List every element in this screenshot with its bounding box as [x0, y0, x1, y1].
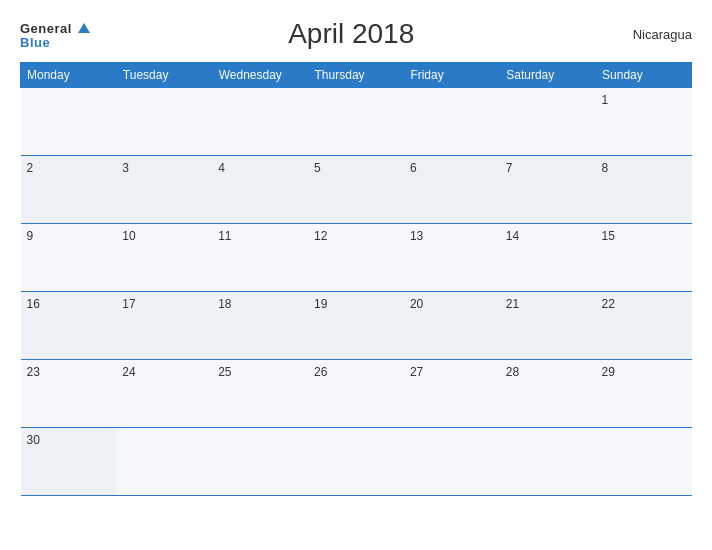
calendar-cell: 17	[116, 292, 212, 360]
day-number: 24	[122, 365, 135, 379]
day-number: 25	[218, 365, 231, 379]
day-number: 29	[602, 365, 615, 379]
calendar-title: April 2018	[90, 18, 612, 50]
calendar-cell	[308, 88, 404, 156]
calendar-cell	[404, 88, 500, 156]
calendar-cell: 4	[212, 156, 308, 224]
calendar-cell: 13	[404, 224, 500, 292]
day-number: 23	[27, 365, 40, 379]
day-number: 7	[506, 161, 513, 175]
day-number: 28	[506, 365, 519, 379]
calendar-cell	[500, 428, 596, 496]
calendar-cell: 18	[212, 292, 308, 360]
calendar-week-row: 30	[21, 428, 692, 496]
calendar-cell: 3	[116, 156, 212, 224]
col-saturday: Saturday	[500, 63, 596, 88]
header: General Blue April 2018 Nicaragua	[20, 18, 692, 50]
calendar-cell	[308, 428, 404, 496]
day-number: 4	[218, 161, 225, 175]
calendar-cell: 19	[308, 292, 404, 360]
day-number: 22	[602, 297, 615, 311]
calendar-cell	[116, 428, 212, 496]
country-label: Nicaragua	[612, 27, 692, 42]
calendar-week-row: 2345678	[21, 156, 692, 224]
calendar-table: Monday Tuesday Wednesday Thursday Friday…	[20, 62, 692, 496]
day-number: 3	[122, 161, 129, 175]
calendar-cell: 12	[308, 224, 404, 292]
col-sunday: Sunday	[596, 63, 692, 88]
calendar-cell: 7	[500, 156, 596, 224]
calendar-cell: 25	[212, 360, 308, 428]
calendar-cell	[500, 88, 596, 156]
day-number: 8	[602, 161, 609, 175]
calendar-cell	[596, 428, 692, 496]
day-number: 12	[314, 229, 327, 243]
day-number: 27	[410, 365, 423, 379]
day-number: 13	[410, 229, 423, 243]
day-number: 6	[410, 161, 417, 175]
day-number: 9	[27, 229, 34, 243]
calendar-cell: 2	[21, 156, 117, 224]
day-number: 30	[27, 433, 40, 447]
day-number: 2	[27, 161, 34, 175]
calendar-week-row: 9101112131415	[21, 224, 692, 292]
calendar-cell: 11	[212, 224, 308, 292]
calendar-cell	[116, 88, 212, 156]
calendar-cell: 5	[308, 156, 404, 224]
calendar-header-row: Monday Tuesday Wednesday Thursday Friday…	[21, 63, 692, 88]
calendar-cell: 29	[596, 360, 692, 428]
calendar-cell: 1	[596, 88, 692, 156]
calendar-week-row: 16171819202122	[21, 292, 692, 360]
calendar-cell: 20	[404, 292, 500, 360]
day-number: 18	[218, 297, 231, 311]
calendar-cell: 10	[116, 224, 212, 292]
day-number: 5	[314, 161, 321, 175]
day-number: 15	[602, 229, 615, 243]
day-number: 14	[506, 229, 519, 243]
col-monday: Monday	[21, 63, 117, 88]
logo: General Blue	[20, 20, 90, 49]
col-friday: Friday	[404, 63, 500, 88]
calendar-cell: 14	[500, 224, 596, 292]
day-number: 1	[602, 93, 609, 107]
calendar-cell	[404, 428, 500, 496]
logo-general: General	[20, 20, 90, 36]
calendar-cell: 22	[596, 292, 692, 360]
calendar-cell: 9	[21, 224, 117, 292]
col-tuesday: Tuesday	[116, 63, 212, 88]
calendar-week-row: 23242526272829	[21, 360, 692, 428]
col-wednesday: Wednesday	[212, 63, 308, 88]
logo-triangle-icon	[78, 23, 90, 33]
calendar-cell: 21	[500, 292, 596, 360]
day-number: 21	[506, 297, 519, 311]
day-number: 11	[218, 229, 231, 243]
logo-blue: Blue	[20, 36, 90, 49]
calendar-cell	[21, 88, 117, 156]
calendar-cell: 24	[116, 360, 212, 428]
calendar-cell: 30	[21, 428, 117, 496]
calendar-cell: 8	[596, 156, 692, 224]
calendar-cell: 27	[404, 360, 500, 428]
calendar-cell: 23	[21, 360, 117, 428]
calendar-page: General Blue April 2018 Nicaragua Monday…	[0, 0, 712, 550]
day-number: 16	[27, 297, 40, 311]
calendar-cell: 6	[404, 156, 500, 224]
calendar-cell	[212, 88, 308, 156]
day-number: 17	[122, 297, 135, 311]
calendar-cell: 15	[596, 224, 692, 292]
day-number: 10	[122, 229, 135, 243]
day-number: 26	[314, 365, 327, 379]
calendar-cell: 28	[500, 360, 596, 428]
calendar-cell: 16	[21, 292, 117, 360]
col-thursday: Thursday	[308, 63, 404, 88]
day-number: 19	[314, 297, 327, 311]
day-number: 20	[410, 297, 423, 311]
calendar-cell: 26	[308, 360, 404, 428]
calendar-week-row: 1	[21, 88, 692, 156]
calendar-cell	[212, 428, 308, 496]
